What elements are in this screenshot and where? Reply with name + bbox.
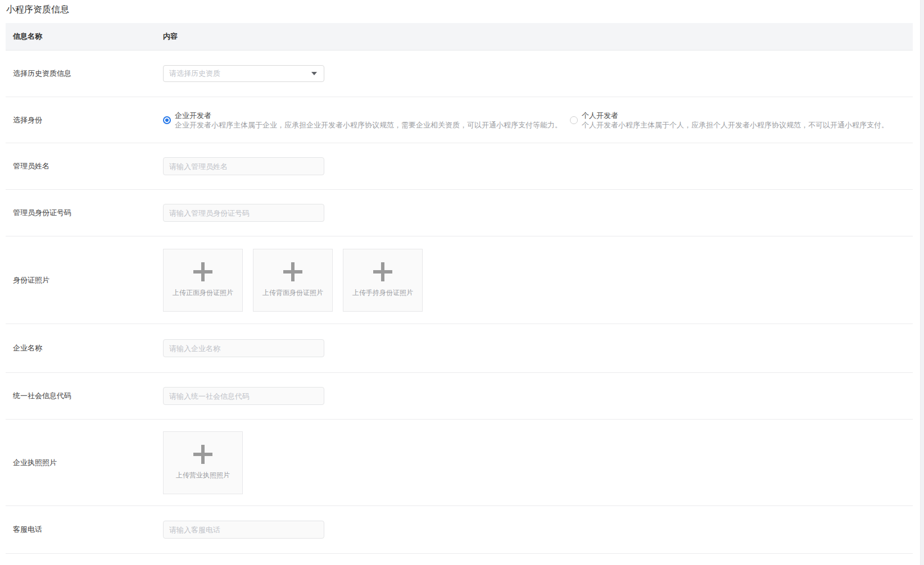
identity-radio-group: 企业开发者 企业开发者小程序主体属于企业，应承担企业开发者小程序协议规范，需要企… [163,111,889,130]
enterprise-developer-title: 企业开发者 [175,111,562,120]
radio-selected-icon[interactable] [163,116,171,124]
radio-option-enterprise-developer[interactable]: 企业开发者 企业开发者小程序主体属于企业，应承担企业开发者小程序协议规范，需要企… [163,111,562,130]
service-phone-input[interactable] [163,521,324,539]
upload-id-handheld-label: 上传手持身份证照片 [352,288,413,298]
table-row-social-code: 统一社会信息代码 [6,373,913,420]
radio-unselected-icon[interactable] [570,116,578,124]
upload-id-front-button[interactable]: 上传正面身份证照片 [163,249,243,312]
upload-id-back-button[interactable]: 上传背面身份证照片 [253,249,333,312]
upload-business-license-label: 上传营业执照照片 [176,471,230,480]
plus-icon [283,262,302,281]
vertical-scrollbar[interactable] [920,0,924,565]
upload-id-front-label: 上传正面身份证照片 [173,288,233,298]
admin-id-input[interactable] [163,204,324,222]
row-label-company-name: 企业名称 [6,343,163,353]
license-upload-group: 上传营业执照照片 [163,431,243,494]
admin-name-input[interactable] [163,157,324,175]
select-placeholder-text: 请选择历史资质 [169,69,311,79]
page-title: 小程序资质信息 [0,0,924,23]
table-row-identity: 选择身份 企业开发者 企业开发者小程序主体属于企业，应承担企业开发者小程序协议规… [6,97,913,143]
table-row-service-phone: 客服电话 [6,506,913,554]
row-label-id-photos: 身份证照片 [6,275,163,285]
plus-icon [193,262,212,281]
enterprise-developer-desc: 企业开发者小程序主体属于企业，应承担企业开发者小程序协议规范，需要企业相关资质，… [175,120,562,130]
social-code-input[interactable] [163,387,324,405]
upload-business-license-button[interactable]: 上传营业执照照片 [163,431,243,494]
plus-icon [373,262,392,281]
row-label-service-phone: 客服电话 [6,525,163,535]
history-qualification-select[interactable]: 请选择历史资质 [163,65,324,82]
individual-developer-desc: 个人开发者小程序主体属于个人，应承担个人开发者小程序协议规范，不可以开通小程序支… [582,120,889,130]
row-label-history: 选择历史资质信息 [6,69,163,79]
table-row-id-photos: 身份证照片 上传正面身份证照片 上传背面身份证照片 上传手持身份证照片 [6,236,913,324]
row-label-admin-name: 管理员姓名 [6,161,163,171]
upload-id-back-label: 上传背面身份证照片 [262,288,323,298]
table-row-license-photo: 企业执照照片 上传营业执照照片 [6,420,913,506]
row-label-license-photo: 企业执照照片 [6,458,163,468]
table-row-company-name: 企业名称 [6,324,913,373]
header-content: 内容 [163,31,913,42]
radio-option-individual-developer[interactable]: 个人开发者 个人开发者小程序主体属于个人，应承担个人开发者小程序协议规范，不可以… [570,111,889,130]
id-photo-upload-group: 上传正面身份证照片 上传背面身份证照片 上传手持身份证照片 [163,249,423,312]
table-row-admin-name: 管理员姓名 [6,143,913,190]
row-label-admin-id: 管理员身份证号码 [6,208,163,218]
caret-down-icon [311,72,317,75]
table-row-admin-id: 管理员身份证号码 [6,190,913,236]
row-label-social-code: 统一社会信息代码 [6,391,163,401]
row-label-identity: 选择身份 [6,115,163,125]
company-name-input[interactable] [163,339,324,357]
plus-icon [193,445,212,464]
table-row-history-qualification: 选择历史资质信息 请选择历史资质 [6,51,913,97]
upload-id-handheld-button[interactable]: 上传手持身份证照片 [343,249,423,312]
qualification-table: 信息名称 内容 选择历史资质信息 请选择历史资质 选择身份 企业开发者 企业开发… [6,23,913,554]
table-header-row: 信息名称 内容 [6,23,913,51]
individual-developer-title: 个人开发者 [582,111,889,120]
header-info-name: 信息名称 [6,31,163,42]
